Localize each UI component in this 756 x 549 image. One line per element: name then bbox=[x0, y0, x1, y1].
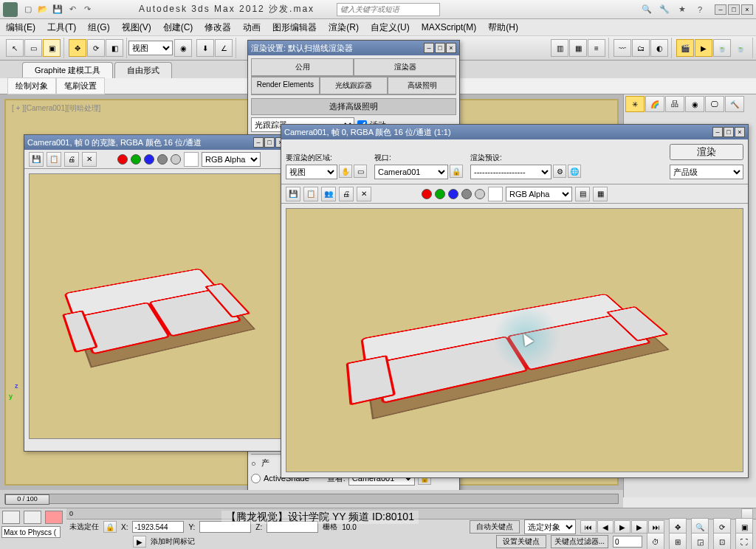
region-icon[interactable]: ✋ bbox=[339, 165, 352, 178]
tab-freeform[interactable]: 自由形式 bbox=[114, 62, 172, 78]
rff-min[interactable]: – bbox=[712, 127, 723, 137]
rff-image[interactable] bbox=[286, 208, 743, 472]
menu-create[interactable]: 创建(C) bbox=[163, 21, 193, 34]
select-tool[interactable]: ↖ bbox=[6, 39, 24, 57]
red-channel-icon[interactable] bbox=[117, 154, 128, 165]
rff-alpha-icon[interactable] bbox=[461, 189, 472, 199]
rtab-raytrace[interactable]: 光线跟踪器 bbox=[320, 77, 388, 94]
menu-graph[interactable]: 图形编辑器 bbox=[272, 21, 317, 34]
close-button[interactable]: × bbox=[741, 4, 753, 15]
menu-customize[interactable]: 自定义(U) bbox=[371, 21, 410, 34]
render-setup-icon[interactable]: 🎬 bbox=[676, 39, 694, 57]
display-panel-icon[interactable]: 🖵 bbox=[705, 96, 724, 112]
dlg-min[interactable]: – bbox=[424, 43, 434, 53]
viewport-label[interactable]: [ + ][Camera001][明暗处理] bbox=[12, 103, 100, 114]
rtab-advlight[interactable]: 高级照明 bbox=[388, 77, 456, 94]
menu-maxscript[interactable]: MAXScript(M) bbox=[422, 22, 477, 32]
green-channel-icon[interactable] bbox=[131, 154, 141, 165]
area-select[interactable]: 视图 bbox=[286, 165, 337, 179]
add-marker[interactable]: 添加时间标记 bbox=[151, 536, 195, 547]
rect-select-tool[interactable]: ▭ bbox=[24, 39, 42, 57]
window-crossing-tool[interactable]: ▣ bbox=[43, 39, 61, 57]
nav4-icon[interactable]: ⊡ bbox=[713, 533, 731, 549]
open-icon[interactable]: 📂 bbox=[36, 3, 49, 16]
redo-icon[interactable]: ↷ bbox=[80, 3, 94, 16]
rotate-tool[interactable]: ⟳ bbox=[87, 39, 105, 57]
rfb-clear-icon[interactable]: ✕ bbox=[82, 152, 97, 167]
rfb-max[interactable]: □ bbox=[264, 137, 275, 148]
rff-mono-icon[interactable] bbox=[475, 189, 485, 199]
layers-icon[interactable]: ≡ bbox=[588, 39, 605, 57]
minimize-button[interactable]: – bbox=[715, 4, 726, 15]
menu-views[interactable]: 视图(V) bbox=[122, 21, 151, 34]
keyfilter-button[interactable]: 关键点过滤器... bbox=[551, 535, 608, 548]
rfb-copy-icon[interactable]: 📋 bbox=[47, 152, 61, 167]
schematic-icon[interactable]: 🗂 bbox=[632, 39, 650, 57]
maximize-button[interactable]: □ bbox=[728, 4, 740, 15]
utilities-panel-icon[interactable]: 🔨 bbox=[725, 96, 744, 112]
time-slider[interactable]: 0 / 100 bbox=[4, 494, 619, 504]
ref-coord-select[interactable]: 视图 bbox=[128, 41, 173, 55]
save-icon[interactable]: 💾 bbox=[51, 3, 64, 16]
tab-modeling[interactable]: Graphite 建模工具 bbox=[22, 62, 113, 78]
rfb-alpha-select[interactable]: RGB Alpha bbox=[202, 152, 261, 167]
preset-opt-icon[interactable]: ⚙ bbox=[553, 165, 566, 178]
key-icon[interactable]: 🔧 bbox=[658, 3, 671, 16]
frame-input[interactable] bbox=[613, 536, 642, 548]
preset-net-icon[interactable]: 🌐 bbox=[568, 165, 581, 178]
nav2-icon[interactable]: ⊞ bbox=[669, 533, 687, 549]
nav5-icon[interactable]: ⛶ bbox=[735, 533, 753, 549]
prev-frame-icon[interactable]: ◀ bbox=[597, 520, 614, 534]
undo-icon[interactable]: ↶ bbox=[66, 3, 79, 16]
rtab-common[interactable]: 公用 bbox=[251, 58, 354, 76]
binoculars-icon[interactable]: 🔍 bbox=[640, 3, 653, 16]
render-button[interactable]: 渲染 bbox=[670, 144, 743, 160]
setkey-button[interactable]: 设置关键点 bbox=[496, 535, 546, 548]
rtab-renderer[interactable]: 渲染器 bbox=[354, 58, 456, 76]
help-icon[interactable]: ? bbox=[693, 3, 707, 16]
rff-blue-icon[interactable] bbox=[448, 189, 458, 199]
rff-save-icon[interactable]: 💾 bbox=[286, 187, 300, 201]
autokey-button[interactable]: 自动关键点 bbox=[470, 520, 520, 534]
align-tool[interactable]: ▦ bbox=[569, 39, 587, 57]
create-panel-icon[interactable]: ✳ bbox=[625, 96, 645, 112]
curve-editor-icon[interactable]: 〰 bbox=[614, 39, 631, 57]
menu-group[interactable]: 组(G) bbox=[88, 21, 109, 34]
rff-clone-icon[interactable]: 👥 bbox=[321, 187, 336, 201]
menu-render[interactable]: 渲染(R) bbox=[329, 21, 359, 34]
lock-sel-icon[interactable]: 🔒 bbox=[103, 521, 117, 533]
rtab-elements[interactable]: Render Elements bbox=[251, 77, 320, 94]
motion-panel-icon[interactable]: ◉ bbox=[685, 96, 704, 112]
sb-btn2[interactable] bbox=[24, 511, 41, 524]
help-search-input[interactable] bbox=[337, 3, 440, 16]
preset-select[interactable]: ------------------- bbox=[470, 165, 551, 179]
viewport-select[interactable]: Camera001 bbox=[374, 165, 448, 179]
material-editor-icon[interactable]: ◐ bbox=[650, 39, 668, 57]
subtab-brush[interactable]: 笔刷设置 bbox=[56, 77, 105, 94]
next-frame-icon[interactable]: ▶ bbox=[631, 520, 647, 534]
sb-btn3[interactable] bbox=[45, 511, 63, 524]
rff-alpha-select[interactable]: RGB Alpha bbox=[506, 187, 572, 201]
timeline[interactable]: 0 / 100 bbox=[0, 490, 623, 508]
tick1[interactable] bbox=[741, 508, 753, 519]
menu-animation[interactable]: 动画 bbox=[243, 21, 261, 34]
rff-copy-icon[interactable]: 📋 bbox=[303, 187, 318, 201]
rff-close[interactable]: × bbox=[735, 127, 745, 137]
rff-swatch-icon[interactable] bbox=[488, 187, 503, 201]
rff-green-icon[interactable] bbox=[435, 189, 445, 199]
move-tool[interactable]: ✥ bbox=[69, 39, 86, 57]
rff-toggle2-icon[interactable]: ▦ bbox=[593, 187, 608, 201]
lock-icon[interactable]: 🔒 bbox=[450, 165, 463, 178]
rfb-image[interactable] bbox=[29, 173, 284, 439]
teapot-outline-icon[interactable]: 🍵 bbox=[732, 39, 749, 57]
angle-snap[interactable]: ∠ bbox=[215, 39, 233, 57]
rfb-save-icon[interactable]: 💾 bbox=[29, 152, 44, 167]
teapot-icon[interactable]: 🍵 bbox=[713, 39, 731, 57]
rff-max[interactable]: □ bbox=[724, 127, 734, 137]
script-listener[interactable] bbox=[1, 526, 61, 538]
mirror-tool[interactable]: ▥ bbox=[551, 39, 568, 57]
sb-btn1[interactable] bbox=[2, 511, 20, 524]
rff-toggle1-icon[interactable]: ▤ bbox=[575, 187, 590, 201]
play-icon[interactable]: ▶ bbox=[614, 520, 630, 534]
rff-clear-icon[interactable]: ✕ bbox=[357, 187, 371, 201]
